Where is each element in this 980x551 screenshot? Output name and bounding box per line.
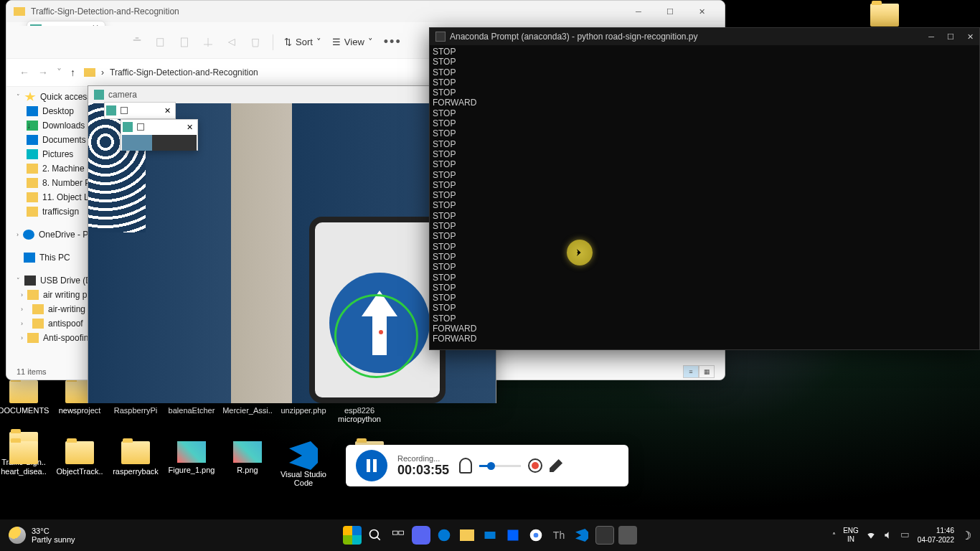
desktop-image[interactable]: R.png bbox=[224, 441, 271, 487]
chevron-right-icon: › bbox=[101, 67, 104, 77]
paste-icon[interactable] bbox=[178, 36, 191, 49]
annotate-icon[interactable] bbox=[550, 459, 562, 472]
desktop-image[interactable]: Figure_1.png bbox=[168, 441, 215, 487]
sidebar-downloads[interactable]: ↓Downloads bbox=[6, 118, 94, 133]
weather-icon bbox=[9, 527, 26, 544]
volume-icon[interactable] bbox=[883, 530, 893, 540]
close-button[interactable]: ✕ bbox=[686, 1, 717, 22]
desktop-folder-topright[interactable] bbox=[861, 4, 908, 29]
taskbar-vscode[interactable] bbox=[573, 526, 591, 545]
desktop-folder[interactable]: heart_disea.. bbox=[0, 441, 47, 487]
rename-icon[interactable] bbox=[202, 36, 215, 49]
webcam-icon[interactable] bbox=[528, 458, 542, 473]
sidebar-folder[interactable]: 11. Object Loca bbox=[6, 190, 94, 204]
terminal-title: Anaconda Prompt (anaconda3) - python roa… bbox=[450, 32, 698, 42]
sort-button[interactable]: ⇅ Sort ˅ bbox=[284, 37, 321, 47]
nav-forward[interactable]: → bbox=[38, 67, 48, 78]
delete-icon[interactable] bbox=[249, 36, 262, 49]
maximize-button[interactable]: ☐ bbox=[654, 1, 686, 22]
taskbar-mail[interactable] bbox=[481, 526, 499, 545]
sidebar-pictures[interactable]: Pictures bbox=[6, 147, 94, 161]
close-icon[interactable]: ✕ bbox=[184, 123, 196, 132]
tray-chevron[interactable]: ˄ bbox=[832, 532, 836, 540]
recording-timer: 00:03:55 bbox=[397, 463, 449, 478]
clock[interactable]: 11:4604-07-2022 bbox=[918, 526, 954, 545]
desktop-vscode[interactable]: Visual Studio Code bbox=[280, 441, 327, 487]
sidebar-folder[interactable]: ›air writing proj bbox=[6, 288, 94, 302]
terminal-window: Anaconda Prompt (anaconda3) - python roa… bbox=[429, 27, 980, 350]
search-button[interactable] bbox=[366, 526, 385, 545]
microphone-icon[interactable] bbox=[459, 458, 472, 474]
sidebar-documents[interactable]: Documents bbox=[6, 133, 94, 147]
sidebar-quick-access[interactable]: ˅Quick access bbox=[6, 90, 94, 104]
taskbar-thonny[interactable]: Th bbox=[550, 526, 568, 545]
desktop-folder[interactable]: ObjectTrack.. bbox=[56, 441, 103, 487]
maximize-button[interactable]: ☐ bbox=[947, 32, 954, 42]
notifications-icon[interactable]: ☽ bbox=[961, 529, 971, 542]
taskbar-terminal[interactable] bbox=[595, 526, 614, 545]
details-view-button[interactable]: ≡ bbox=[683, 365, 699, 378]
volume-slider[interactable] bbox=[479, 465, 521, 467]
taskbar-edge[interactable] bbox=[435, 526, 453, 545]
screen-recorder-widget[interactable]: Recording... 00:03:55 bbox=[346, 445, 628, 486]
more-button[interactable]: ••• bbox=[384, 34, 402, 50]
app-icon bbox=[106, 105, 116, 116]
minimize-button[interactable]: ─ bbox=[623, 1, 654, 22]
taskbar-chrome[interactable] bbox=[527, 526, 545, 545]
nav-up[interactable]: ↑ bbox=[70, 67, 75, 78]
battery-icon[interactable] bbox=[900, 530, 910, 540]
sidebar-folder[interactable]: 8. Number Plat bbox=[6, 176, 94, 190]
taskbar: 33°CPartly sunny Th ˄ ENGIN 11:4604-07-2… bbox=[0, 519, 980, 551]
terminal-output[interactable]: STOPSTOPSTOPSTOPSTOPFORWARDSTOPSTOPSTOPS… bbox=[430, 45, 979, 346]
desktop-folder[interactable]: rasperryback bbox=[112, 441, 159, 487]
explorer-sidebar: ˅Quick access Desktop ↓Downloads Documen… bbox=[6, 87, 94, 368]
maximize-icon bbox=[137, 123, 144, 131]
close-icon[interactable]: ✕ bbox=[161, 106, 174, 116]
nested-window-strip[interactable]: ✕ bbox=[104, 102, 176, 119]
detection-circle bbox=[334, 294, 418, 378]
copy-icon[interactable] bbox=[154, 36, 167, 49]
svg-rect-0 bbox=[157, 38, 164, 46]
taskbar-app[interactable] bbox=[618, 526, 637, 545]
folder-icon bbox=[84, 68, 95, 77]
close-button[interactable]: ✕ bbox=[967, 32, 974, 42]
terminal-titlebar[interactable]: Anaconda Prompt (anaconda3) - python roa… bbox=[430, 28, 979, 45]
svg-rect-3 bbox=[393, 531, 398, 534]
preview-thumbnail bbox=[122, 135, 197, 151]
nav-recent[interactable]: ˅ bbox=[57, 67, 62, 78]
sidebar-folder[interactable]: trafficsign bbox=[6, 204, 94, 219]
camera-title: camera bbox=[108, 90, 137, 100]
language-indicator[interactable]: ENGIN bbox=[843, 527, 859, 544]
icons-view-button[interactable]: ▦ bbox=[699, 365, 715, 378]
sidebar-usb[interactable]: ˅USB Drive (D:) bbox=[6, 273, 94, 288]
sidebar-onedrive[interactable]: ›OneDrive - Persc bbox=[6, 227, 94, 242]
svg-rect-4 bbox=[399, 531, 404, 534]
sidebar-folder[interactable]: ›Anti-spoofing bbox=[6, 331, 94, 345]
sidebar-folder[interactable]: ›air-writing bbox=[6, 302, 94, 316]
wifi-icon[interactable] bbox=[866, 530, 876, 540]
explorer-titlebar[interactable]: Traffic-Sign-Detection-and-Recognition ─… bbox=[6, 1, 725, 22]
sidebar-desktop[interactable]: Desktop bbox=[6, 104, 94, 118]
nav-back[interactable]: ← bbox=[19, 67, 29, 78]
minimize-button[interactable]: ─ bbox=[928, 32, 934, 42]
start-button[interactable] bbox=[343, 526, 362, 545]
nested-window-popup[interactable]: ✕ bbox=[121, 119, 198, 151]
desktop-folder[interactable]: DOCUMENTS bbox=[0, 380, 47, 423]
taskbar-app[interactable] bbox=[412, 526, 430, 545]
status-text: 11 items bbox=[17, 367, 47, 376]
breadcrumb[interactable]: › Traffic-Sign-Detection-and-Recognition bbox=[84, 67, 258, 77]
taskbar-explorer[interactable] bbox=[458, 526, 476, 545]
taskbar-dropbox[interactable] bbox=[504, 526, 522, 545]
sidebar-folder[interactable]: 2. Machine Lea bbox=[6, 161, 94, 176]
cut-icon[interactable] bbox=[131, 36, 143, 49]
view-button[interactable]: ☰ View ˅ bbox=[332, 37, 373, 47]
svg-rect-1 bbox=[182, 38, 188, 47]
sidebar-thispc[interactable]: This PC bbox=[6, 250, 94, 265]
sidebar-folder[interactable]: ›antispoof bbox=[6, 316, 94, 331]
taskbar-center: Th bbox=[343, 526, 637, 545]
pause-button[interactable] bbox=[356, 450, 387, 481]
maximize-icon bbox=[121, 107, 128, 114]
task-view-button[interactable] bbox=[389, 526, 407, 545]
share-icon[interactable] bbox=[225, 36, 238, 49]
weather-widget[interactable]: 33°CPartly sunny bbox=[9, 527, 75, 544]
